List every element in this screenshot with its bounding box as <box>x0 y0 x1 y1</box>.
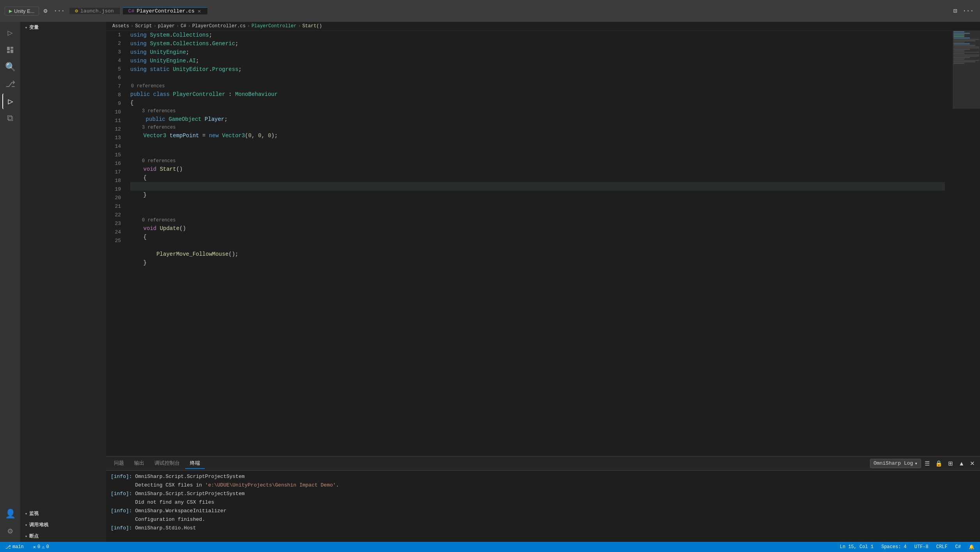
panel-tab-output[interactable]: 输出 <box>129 458 149 469</box>
panel-tab-debug-console[interactable]: 调试控制台 <box>150 458 184 469</box>
encoding-status[interactable]: UTF-8 <box>913 544 930 550</box>
breakpoints-label: 断点 <box>29 533 39 540</box>
panel-close-btn[interactable]: ✕ <box>968 459 977 468</box>
activity-source-control[interactable]: ⎇ <box>2 76 18 92</box>
ellipsis-icon[interactable]: ··· <box>52 6 66 16</box>
breadcrumb-class[interactable]: PlayerController <box>252 23 296 29</box>
breadcrumb-player[interactable]: player <box>158 23 175 29</box>
callstack-chevron: ▾ <box>25 523 28 527</box>
panel-lock-btn[interactable]: 🔒 <box>933 459 945 468</box>
activity-account[interactable]: 👤 <box>2 506 18 522</box>
code-line-18 <box>130 208 945 216</box>
callstack-section: ▾ 调用堆栈 <box>20 519 106 531</box>
breadcrumb-assets[interactable]: Assets <box>112 23 129 29</box>
breadcrumb-file[interactable]: PlayerController.cs <box>192 23 246 29</box>
tab-launch[interactable]: ⚙ launch.json <box>69 8 120 14</box>
activity-explore[interactable] <box>2 42 18 58</box>
warning-icon: ⚠ <box>42 544 44 550</box>
gear-icon[interactable]: ⚙ <box>42 5 49 16</box>
code-line-9: public GameObject Player; <box>130 115 945 124</box>
more-actions-button[interactable]: ··· <box>961 6 975 16</box>
code-line-15 <box>130 182 945 191</box>
variables-label: 变量 <box>29 24 39 31</box>
ref-hint-update: 0 references <box>130 216 945 224</box>
panel-dropdown-label: OmniSharp Log <box>874 460 913 466</box>
zero-references-class: 0 references <box>131 82 945 90</box>
warnings-count: 0 <box>46 544 49 550</box>
line-num-9: 9 <box>110 99 121 108</box>
code-line-21 <box>130 241 945 250</box>
eol-status[interactable]: CRLF <box>935 544 949 550</box>
line-num-4: 4 <box>110 57 121 65</box>
panel-list-btn[interactable]: ☰ <box>923 459 932 468</box>
code-content[interactable]: using System.Collections; using System.C… <box>126 31 949 456</box>
line-num-18: 18 <box>110 177 121 185</box>
title-right-controls: ⊡ ··· <box>952 5 975 16</box>
zero-references-update: 0 references <box>142 216 945 224</box>
line-num-24: 24 <box>110 228 121 237</box>
tab-player-controller[interactable]: C# PlayerController.cs ✕ <box>123 7 207 14</box>
status-right: Ln 15, Col 1 Spaces: 4 UTF-8 CRLF C# 🔔 <box>838 544 976 550</box>
spaces-status[interactable]: Spaces: 4 <box>880 544 908 550</box>
language-status[interactable]: C# <box>954 544 962 550</box>
close-tab-button[interactable]: ✕ <box>197 8 202 14</box>
log-line-4: Did not find any CSX files <box>111 499 975 506</box>
errors-count: 0 <box>37 544 40 550</box>
three-references-temppoint: 3 references <box>142 124 945 131</box>
line-num-12: 12 <box>110 125 121 134</box>
error-icon: ✕ <box>33 544 36 550</box>
panel: 问题 输出 调试控制台 终端 OmniSharp Log ▾ ☰ 🔒 ⊞ ▲ ✕ <box>106 456 980 542</box>
git-branch-label: main <box>12 544 24 550</box>
code-line-13: void Start() <box>130 165 945 173</box>
panel-dropdown[interactable]: OmniSharp Log ▾ <box>870 459 921 468</box>
split-editor-button[interactable]: ⊡ <box>952 5 959 16</box>
panel-split-btn[interactable]: ⊞ <box>946 459 955 468</box>
panel-tab-problems[interactable]: 问题 <box>109 458 129 469</box>
code-line-5: using static UnityEditor.Progress; <box>130 65 945 74</box>
cursor-position-status[interactable]: Ln 15, Col 1 <box>838 544 875 550</box>
svg-rect-1 <box>11 47 13 49</box>
code-line-8: { <box>130 99 945 107</box>
code-line-16: } <box>130 191 945 199</box>
breadcrumb-script[interactable]: Script <box>135 23 152 29</box>
line-num-13: 13 <box>110 134 121 142</box>
code-line-23: } <box>130 258 945 267</box>
errors-status[interactable]: ✕ 0 ⚠ 0 <box>32 544 51 550</box>
line-numbers: 1 2 3 4 5 6 7 8 9 10 11 12 13 14 15 16 1… <box>106 31 126 456</box>
run-button[interactable]: ▶ Unity E... <box>5 7 39 16</box>
line-num-3: 3 <box>110 48 121 57</box>
git-icon: ⎇ <box>5 544 11 550</box>
line-num-23: 23 <box>110 219 121 228</box>
csharp-icon: C# <box>128 8 135 14</box>
watch-header[interactable]: ▾ 监视 <box>20 508 106 519</box>
line-num-25: 25 <box>110 237 121 245</box>
code-editor[interactable]: 1 2 3 4 5 6 7 8 9 10 11 12 13 14 15 16 1… <box>106 31 980 456</box>
ref-hint-class: 0 references <box>130 82 945 90</box>
git-branch-status[interactable]: ⎇ main <box>4 544 25 550</box>
status-bar: ⎇ main ✕ 0 ⚠ 0 Ln 15, Col 1 Spaces: 4 UT… <box>0 542 980 552</box>
panel-controls: OmniSharp Log ▾ ☰ 🔒 ⊞ ▲ ✕ <box>870 459 977 468</box>
minimap-slider[interactable] <box>953 31 980 109</box>
breadcrumb-csharp[interactable]: C# <box>181 23 186 29</box>
code-line-1: using System.Collections; <box>130 31 945 39</box>
callstack-header[interactable]: ▾ 调用堆栈 <box>20 519 106 531</box>
main-layout: ▷ 🔍 ⎇ ▷ ⧉ 👤 ⚙ ▾ 变量 ▾ <box>0 22 980 542</box>
activity-extensions[interactable]: ⧉ <box>2 111 18 126</box>
breadcrumb-method[interactable]: Start() <box>302 23 322 29</box>
panel-tab-terminal[interactable]: 终端 <box>185 458 205 469</box>
code-line-17 <box>130 199 945 208</box>
log-line-7: [info]: OmniSharp.Stdio.Host <box>111 524 975 532</box>
activity-run-debug[interactable]: ▷ <box>2 25 18 41</box>
activity-settings[interactable]: ⚙ <box>2 523 18 539</box>
dropdown-chevron-icon: ▾ <box>914 460 918 467</box>
panel-maximize-btn[interactable]: ▲ <box>957 459 966 468</box>
activity-debug[interactable]: ▷ <box>2 94 18 109</box>
svg-rect-0 <box>7 47 10 50</box>
activity-search[interactable]: 🔍 <box>2 59 18 75</box>
editor-area: Assets › Script › player › C# › PlayerCo… <box>106 22 980 542</box>
breakpoints-header[interactable]: ▾ 断点 <box>20 531 106 542</box>
notification-bell[interactable]: 🔔 <box>967 544 976 550</box>
line-num-1: 1 <box>110 31 121 39</box>
variables-header[interactable]: ▾ 变量 <box>20 22 106 33</box>
code-line-11 <box>130 140 945 149</box>
